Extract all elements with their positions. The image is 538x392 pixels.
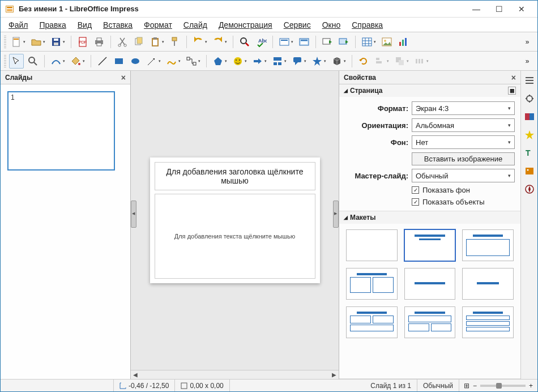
master-slides-tab-icon[interactable]: T xyxy=(523,147,536,159)
show-background-checkbox[interactable]: ✓Показать фон xyxy=(412,186,515,194)
select-tool[interactable] xyxy=(9,54,24,69)
menu-window[interactable]: Окно xyxy=(318,19,345,31)
redo-button[interactable] xyxy=(211,35,229,49)
zoom-tool[interactable] xyxy=(25,54,40,69)
print-button[interactable] xyxy=(92,35,106,49)
background-select[interactable]: Нет xyxy=(412,135,515,149)
open-button[interactable] xyxy=(29,35,47,49)
insert-table-button[interactable] xyxy=(360,35,378,49)
menu-help[interactable]: Справка xyxy=(347,19,387,31)
fill-color-button[interactable] xyxy=(69,54,87,69)
page-section-more-icon[interactable]: ▦ xyxy=(508,87,516,95)
slide-canvas[interactable]: Для добавления заголовка щёлкните мышью … xyxy=(150,157,320,283)
insert-image-button[interactable]: Вставить изображение xyxy=(412,152,515,165)
format-select[interactable]: Экран 4:3 xyxy=(412,101,515,115)
orientation-select[interactable]: Альбомная xyxy=(412,118,515,132)
properties-tab-icon[interactable] xyxy=(523,92,536,105)
menu-tools[interactable]: Сервис xyxy=(279,19,315,31)
toolbar-overflow[interactable]: » xyxy=(520,35,534,49)
master-select[interactable]: Обычный xyxy=(412,169,515,182)
layout-centered[interactable] xyxy=(462,268,514,300)
slide-layout-button[interactable] xyxy=(277,35,295,49)
page-section-header[interactable]: ◢Страница ▦ xyxy=(339,84,520,97)
spellcheck-button[interactable]: Abc xyxy=(254,35,268,49)
undo-button[interactable] xyxy=(191,35,209,49)
clone-format-button[interactable] xyxy=(168,35,182,49)
slide-transition-tab-icon[interactable] xyxy=(523,110,536,123)
close-slides-panel[interactable]: × xyxy=(121,73,126,82)
line-tool[interactable] xyxy=(95,54,110,69)
stars-tool[interactable] xyxy=(310,54,328,69)
copy-button[interactable] xyxy=(131,35,146,49)
zoom-in-button[interactable]: + xyxy=(529,382,533,390)
toolbar-grip[interactable] xyxy=(4,36,6,48)
menu-slideshow[interactable]: Демонстрация xyxy=(214,19,277,31)
new-button[interactable] xyxy=(9,35,27,49)
master-slide-button[interactable] xyxy=(297,35,311,49)
sidebar-menu-icon[interactable] xyxy=(523,74,536,87)
panel-collapse-left[interactable] xyxy=(131,201,136,228)
save-button[interactable] xyxy=(49,35,67,49)
horizontal-scrollbar[interactable]: ◀▶ xyxy=(131,370,339,379)
export-pdf-button[interactable]: PDF xyxy=(75,35,90,49)
menu-slide[interactable]: Слайд xyxy=(179,19,212,31)
3d-tool[interactable] xyxy=(330,54,348,69)
line-color-button[interactable] xyxy=(49,54,67,69)
slide-thumbnail[interactable]: 1 xyxy=(7,91,115,171)
symbol-shapes-tool[interactable] xyxy=(230,54,249,69)
layouts-section-header[interactable]: ◢Макеты xyxy=(339,211,520,224)
slide-counter[interactable]: Слайд 1 из 1 xyxy=(365,380,417,391)
panel-collapse-right[interactable] xyxy=(333,201,339,228)
layout-two-content[interactable] xyxy=(346,268,398,300)
fit-page-icon[interactable]: ⊞ xyxy=(464,382,469,390)
start-from-first-button[interactable] xyxy=(320,35,335,49)
minimize-button[interactable]: — xyxy=(465,1,488,17)
arrange-tool[interactable] xyxy=(392,54,411,69)
menu-view[interactable]: Вид xyxy=(73,19,96,31)
curve-tool[interactable] xyxy=(164,54,182,69)
insert-image-button[interactable] xyxy=(379,35,394,49)
rotate-tool[interactable] xyxy=(356,54,371,69)
show-objects-checkbox[interactable]: ✓Показать объекты xyxy=(412,198,515,206)
distribute-tool[interactable] xyxy=(412,54,430,69)
connector-tool[interactable] xyxy=(184,54,202,69)
rectangle-tool[interactable] xyxy=(112,54,126,69)
flowchart-tool[interactable] xyxy=(270,54,288,69)
svg-rect-66 xyxy=(525,113,530,120)
title-placeholder[interactable]: Для добавления заголовка щёлкните мышью xyxy=(155,162,315,190)
gallery-tab-icon[interactable] xyxy=(523,165,536,177)
close-button[interactable]: ✕ xyxy=(510,1,533,17)
toolbar-grip[interactable] xyxy=(4,55,6,67)
layout-title-only[interactable] xyxy=(404,268,456,300)
menu-insert[interactable]: Вставка xyxy=(99,19,137,31)
layout-title-content-2[interactable] xyxy=(462,229,514,261)
maximize-button[interactable]: ☐ xyxy=(488,1,510,17)
arrow-line-tool[interactable] xyxy=(144,54,163,69)
menu-file[interactable]: Файл xyxy=(4,19,32,31)
basic-shapes-tool[interactable] xyxy=(211,54,229,69)
layout-3rows[interactable] xyxy=(462,306,514,338)
layout-1over2[interactable] xyxy=(404,306,456,338)
cut-button[interactable] xyxy=(115,35,130,49)
menu-format[interactable]: Формат xyxy=(139,19,177,31)
layout-2over1[interactable] xyxy=(346,306,398,338)
align-tool[interactable] xyxy=(373,54,391,69)
toolbar-overflow[interactable]: » xyxy=(520,54,534,69)
content-placeholder[interactable]: Для добавления текста щёлкните мышью xyxy=(155,194,315,279)
paste-button[interactable] xyxy=(148,35,166,49)
animation-tab-icon[interactable] xyxy=(523,129,536,141)
zoom-out-button[interactable]: − xyxy=(473,382,477,390)
ellipse-tool[interactable] xyxy=(128,54,143,69)
navigator-tab-icon[interactable] xyxy=(523,183,536,195)
insert-chart-button[interactable] xyxy=(396,35,411,49)
find-replace-button[interactable] xyxy=(237,35,252,49)
callout-tool[interactable] xyxy=(290,54,308,69)
menu-edit[interactable]: Правка xyxy=(35,19,70,31)
block-arrows-tool[interactable] xyxy=(250,54,268,69)
layout-blank[interactable] xyxy=(346,229,398,261)
layout-title-content[interactable] xyxy=(404,229,456,261)
close-properties-panel[interactable]: × xyxy=(511,73,516,82)
master-name[interactable]: Обычный xyxy=(417,380,459,391)
start-from-current-button[interactable] xyxy=(336,35,351,49)
zoom-slider[interactable] xyxy=(480,385,526,387)
